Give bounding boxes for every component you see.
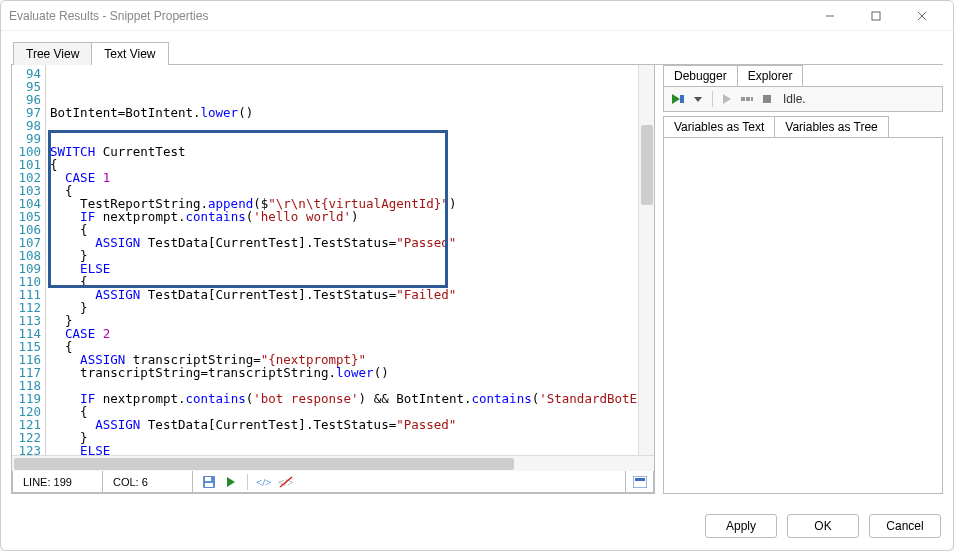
- svg-marker-16: [723, 94, 731, 104]
- code-off-icon[interactable]: </>: [278, 474, 294, 490]
- tab-explorer[interactable]: Explorer: [737, 65, 804, 86]
- tab-vars-text[interactable]: Variables as Text: [663, 116, 775, 137]
- code-line[interactable]: ELSE: [50, 444, 654, 455]
- window-controls: [807, 1, 945, 31]
- continue-icon[interactable]: [719, 91, 735, 107]
- svg-rect-1: [872, 12, 880, 20]
- svg-rect-11: [633, 476, 647, 488]
- side-tabs: Debugger Explorer: [663, 65, 943, 87]
- main-split: 94 95 96 97 98 99 100 101 102 103 104 10…: [11, 64, 943, 494]
- svg-text:</>: </>: [256, 476, 271, 488]
- close-button[interactable]: [899, 1, 945, 31]
- separator: [712, 91, 713, 107]
- code-line[interactable]: ASSIGN TestData[CurrentTest].TestStatus=…: [50, 288, 654, 301]
- stop-icon[interactable]: [759, 91, 775, 107]
- svg-rect-17: [741, 97, 745, 101]
- code-line[interactable]: [50, 119, 654, 132]
- code-line[interactable]: CASE 1: [50, 171, 654, 184]
- status-col: COL: 6: [103, 471, 193, 492]
- horizontal-scrollbar[interactable]: [12, 455, 654, 471]
- code-area[interactable]: BotIntent=BotIntent.lower()SWITCH Curren…: [46, 65, 654, 455]
- code-line[interactable]: IF nextprompt.contains('hello world'): [50, 210, 654, 223]
- status-tools: </> </>: [193, 471, 625, 492]
- maximize-button[interactable]: [853, 1, 899, 31]
- code-line[interactable]: }: [50, 301, 654, 314]
- debugger-status: Idle.: [783, 92, 806, 106]
- statusbar: LINE: 199 COL: 6 </> </>: [12, 471, 654, 493]
- side-panel: Debugger Explorer Idle. Variables as Tex…: [663, 65, 943, 494]
- code-line[interactable]: transcriptString=transcriptString.lower(…: [50, 366, 654, 379]
- titlebar: Evaluate Results - Snippet Properties: [1, 1, 953, 31]
- svg-marker-15: [694, 97, 702, 102]
- view-tabs: Tree View Text View: [13, 41, 943, 64]
- svg-rect-20: [763, 95, 771, 103]
- variable-tabs: Variables as Text Variables as Tree: [663, 116, 943, 137]
- vertical-scroll-thumb[interactable]: [641, 125, 653, 205]
- svg-rect-18: [746, 97, 750, 101]
- dialog-buttons: Apply OK Cancel: [1, 504, 953, 550]
- tab-debugger[interactable]: Debugger: [663, 65, 738, 86]
- code-line[interactable]: }: [50, 431, 654, 444]
- code-line[interactable]: ASSIGN TestData[CurrentTest].TestStatus=…: [50, 418, 654, 431]
- code-line[interactable]: ASSIGN TestData[CurrentTest].TestStatus=…: [50, 236, 654, 249]
- svg-rect-6: [205, 483, 213, 487]
- vertical-scrollbar[interactable]: [638, 65, 654, 455]
- layout-icon[interactable]: [625, 471, 653, 492]
- body: Tree View Text View 94 95 96 97 98 99 10…: [1, 31, 953, 504]
- editor-panel: 94 95 96 97 98 99 100 101 102 103 104 10…: [11, 65, 655, 494]
- code-icon[interactable]: </>: [256, 474, 272, 490]
- code-line[interactable]: CASE 2: [50, 327, 654, 340]
- separator: [247, 474, 248, 490]
- editor[interactable]: 94 95 96 97 98 99 100 101 102 103 104 10…: [12, 65, 654, 455]
- code-line[interactable]: }: [50, 249, 654, 262]
- svg-rect-5: [205, 477, 211, 481]
- code-line[interactable]: IF nextprompt.contains('bot response') &…: [50, 392, 654, 405]
- svg-marker-13: [672, 94, 680, 104]
- code-line[interactable]: {: [50, 158, 654, 171]
- svg-marker-7: [227, 477, 235, 487]
- tab-vars-tree[interactable]: Variables as Tree: [774, 116, 889, 137]
- variables-panel[interactable]: [663, 137, 943, 494]
- svg-rect-14: [680, 95, 684, 103]
- code-line[interactable]: }: [50, 314, 654, 327]
- cancel-button[interactable]: Cancel: [869, 514, 941, 538]
- tab-tree-view[interactable]: Tree View: [13, 42, 92, 65]
- start-debug-icon[interactable]: [670, 91, 686, 107]
- svg-rect-19: [751, 97, 753, 101]
- code-line[interactable]: SWITCH CurrentTest: [50, 145, 654, 158]
- code-line[interactable]: ELSE: [50, 262, 654, 275]
- debugger-toolbar: Idle.: [663, 87, 943, 112]
- dropdown-icon[interactable]: [690, 91, 706, 107]
- ok-button[interactable]: OK: [787, 514, 859, 538]
- minimize-button[interactable]: [807, 1, 853, 31]
- status-line: LINE: 199: [13, 471, 103, 492]
- horizontal-scroll-thumb[interactable]: [14, 458, 514, 470]
- save-icon[interactable]: [201, 474, 217, 490]
- tab-text-view[interactable]: Text View: [91, 42, 168, 65]
- window-title: Evaluate Results - Snippet Properties: [9, 9, 807, 23]
- step-icon[interactable]: [739, 91, 755, 107]
- apply-button[interactable]: Apply: [705, 514, 777, 538]
- window: Evaluate Results - Snippet Properties Tr…: [0, 0, 954, 551]
- line-gutter: 94 95 96 97 98 99 100 101 102 103 104 10…: [12, 65, 46, 455]
- svg-rect-12: [635, 478, 645, 481]
- run-icon[interactable]: [223, 474, 239, 490]
- code-line[interactable]: BotIntent=BotIntent.lower(): [50, 106, 654, 119]
